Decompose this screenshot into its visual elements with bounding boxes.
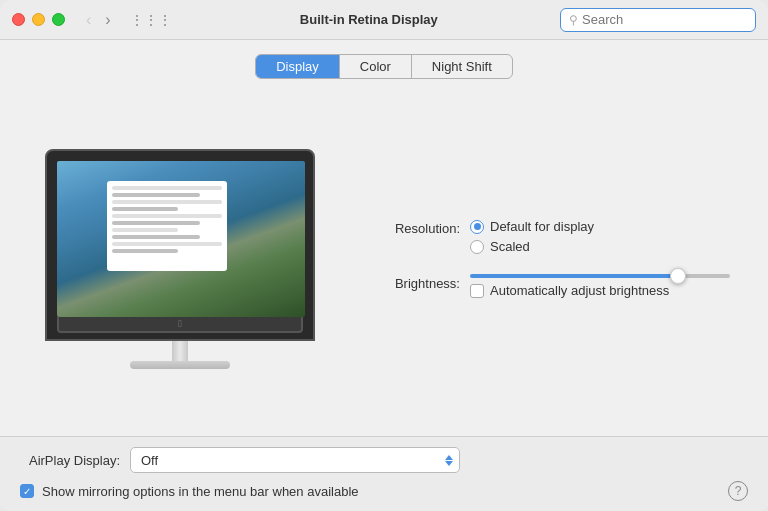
auto-brightness-label: Automatically adjust brightness [490,283,669,298]
screen-lines [112,186,222,253]
content-area: Display Color Night Shift [0,40,768,511]
nav-buttons: ‹ › ⋮⋮⋮ [81,9,178,31]
airplay-label: AirPlay Display: [20,453,120,468]
search-icon: ⚲ [569,13,578,27]
airplay-dropdown[interactable]: Off [130,447,460,473]
resolution-label: Resolution: [360,219,460,236]
resolution-scaled-label: Scaled [490,239,530,254]
monitor-stand-neck [172,341,188,361]
screen-line [112,228,178,232]
screen-line [112,221,200,225]
monitor-chin:  [57,317,303,333]
slider-thumb[interactable] [670,268,686,284]
arrow-down-icon [445,461,453,466]
screen-line [112,200,222,204]
minimize-button[interactable] [32,13,45,26]
screen-line [112,242,222,246]
tab-night-shift[interactable]: Night Shift [412,55,512,78]
help-button[interactable]: ? [728,481,748,501]
mirroring-left: ✓ Show mirroring options in the menu bar… [20,484,359,499]
screen-line [112,235,200,239]
screen-line [112,193,200,197]
brightness-label: Brightness: [360,274,460,291]
tab-display[interactable]: Display [256,55,340,78]
grid-button[interactable]: ⋮⋮⋮ [124,9,178,31]
mirroring-checkbox[interactable]: ✓ [20,484,34,498]
close-button[interactable] [12,13,25,26]
airplay-row: AirPlay Display: Off [20,447,748,473]
screen-line [112,214,222,218]
arrow-up-icon [445,455,453,460]
screen-line [112,207,178,211]
airplay-value: Off [141,453,445,468]
back-button[interactable]: ‹ [81,9,96,31]
brightness-row: Brightness: Automatically adjust brightn… [360,274,738,298]
tab-segment: Display Color Night Shift [255,54,513,79]
apple-logo:  [178,318,182,329]
screen-content [107,181,227,271]
tab-bar: Display Color Night Shift [0,40,768,91]
monitor-body:  [45,149,315,341]
auto-brightness-checkbox[interactable] [470,284,484,298]
window-controls [12,13,65,26]
settings-area: Resolution: Default for display Scaled B… [360,101,738,416]
radio-default[interactable] [470,220,484,234]
brightness-controls: Automatically adjust brightness [470,274,730,298]
resolution-scaled-option[interactable]: Scaled [470,239,594,254]
resolution-default-label: Default for display [490,219,594,234]
tab-color[interactable]: Color [340,55,412,78]
screen-line [112,249,178,253]
resolution-default-option[interactable]: Default for display [470,219,594,234]
monitor-stand-base [130,361,230,369]
screen-line [112,186,222,190]
search-box[interactable]: ⚲ [560,8,756,32]
resolution-row: Resolution: Default for display Scaled [360,219,738,254]
titlebar: ‹ › ⋮⋮⋮ Built-in Retina Display ⚲ [0,0,768,40]
monitor-screen [57,161,305,317]
mirroring-label: Show mirroring options in the menu bar w… [42,484,359,499]
brightness-slider[interactable] [470,274,730,278]
monitor-preview:  [30,101,330,416]
mirroring-row: ✓ Show mirroring options in the menu bar… [20,481,748,501]
dropdown-arrow-icon [445,455,453,466]
maximize-button[interactable] [52,13,65,26]
auto-brightness-row: Automatically adjust brightness [470,283,730,298]
forward-button[interactable]: › [100,9,115,31]
main-panel:  Resolution: Default for display [0,91,768,436]
radio-scaled[interactable] [470,240,484,254]
search-input[interactable] [582,12,747,27]
resolution-controls: Default for display Scaled [470,219,594,254]
window-title: Built-in Retina Display [178,12,560,27]
brightness-slider-container [470,274,730,278]
monitor-container:  [45,149,315,369]
bottom-bar: AirPlay Display: Off ✓ Show mirroring op… [0,436,768,511]
